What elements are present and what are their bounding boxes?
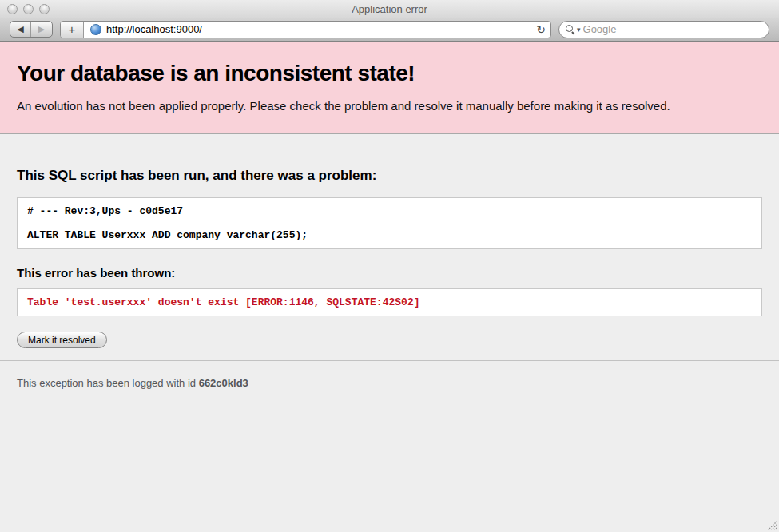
new-tab-button[interactable]: +	[61, 22, 84, 38]
error-thrown-heading: This error has been thrown:	[17, 266, 762, 280]
forward-button[interactable]: ▶	[31, 22, 52, 37]
back-icon: ◀	[17, 24, 23, 34]
address-bar-group: + ↻	[60, 21, 551, 38]
reload-icon: ↻	[536, 23, 546, 36]
error-banner: Your database is an inconsistent state! …	[0, 42, 779, 134]
window-title: Application error	[0, 3, 779, 15]
search-field[interactable]: ▾	[558, 21, 769, 38]
exception-logged-note: This exception has been logged with id 6…	[0, 361, 779, 405]
main-content: This SQL script has been run, and there …	[0, 134, 779, 348]
search-icon	[566, 25, 574, 34]
page-title: Your database is an inconsistent state!	[17, 61, 762, 86]
navigation-buttons: ◀ ▶	[10, 21, 53, 38]
banner-description: An evolution has not been applied proper…	[17, 99, 762, 113]
search-engine-dropdown-icon[interactable]: ▾	[577, 26, 581, 34]
favicon-globe-icon	[90, 24, 101, 35]
mark-resolved-button[interactable]: Mark it resolved	[17, 332, 107, 348]
search-input[interactable]	[583, 23, 762, 35]
url-input[interactable]	[106, 22, 531, 38]
titlebar[interactable]: Application error	[0, 0, 779, 18]
browser-toolbar: ◀ ▶ + ↻ ▾	[0, 18, 779, 42]
back-button[interactable]: ◀	[10, 22, 31, 37]
sql-script-code: # --- Rev:3,Ups - c0d5e17 ALTER TABLE Us…	[17, 197, 762, 249]
sql-script-heading: This SQL script has been run, and there …	[17, 168, 762, 184]
forward-icon: ▶	[38, 24, 45, 34]
plus-icon: +	[69, 22, 76, 36]
error-message: Table 'test.userxxx' doesn't exist [ERRO…	[17, 288, 762, 316]
browser-window: Application error ◀ ▶ + ↻ ▾	[0, 0, 779, 532]
exception-logged-prefix: This exception has been logged with id	[17, 377, 199, 389]
resize-grip[interactable]	[765, 518, 777, 530]
reload-button[interactable]: ↻	[531, 22, 550, 38]
exception-id: 662c0kld3	[199, 377, 248, 389]
